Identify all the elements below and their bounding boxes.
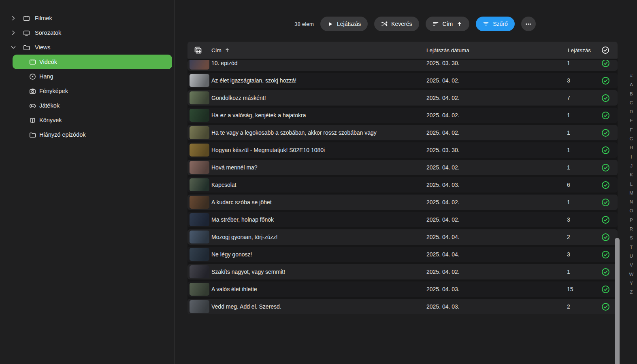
alphabet-letter[interactable]: F — [628, 125, 635, 134]
episode-title: A kudarc szóba se jöhet — [211, 195, 272, 210]
table-row[interactable]: Vedd meg. Add el. Szeresd. 2025. 04. 03.… — [187, 299, 618, 314]
shuffle-button[interactable]: Keverés — [374, 17, 419, 31]
watched-check-icon[interactable] — [597, 160, 614, 175]
table-row[interactable]: Ne légy gonosz! 2025. 04. 04. 3 — [187, 247, 618, 262]
table-row[interactable]: Mozogj gyorsan, törj-zúzz! 2025. 04. 04.… — [187, 229, 618, 245]
watched-check-icon[interactable] — [597, 73, 614, 88]
watched-check-icon[interactable] — [597, 142, 614, 158]
vertical-scrollbar-thumb[interactable] — [615, 238, 620, 364]
alphabet-letter[interactable]: D — [628, 107, 635, 116]
play-date: 2025. 04. 02. — [426, 195, 460, 210]
alphabet-letter[interactable]: I — [628, 152, 635, 161]
alphabet-letter[interactable]: V — [628, 260, 635, 269]
column-header-plays[interactable]: Lejátszás — [568, 42, 591, 59]
sidebar-item-label: Videók — [39, 59, 57, 65]
table-row[interactable]: Hová mennél ma? 2025. 04. 02. 1 — [187, 160, 618, 175]
episode-thumbnail — [190, 231, 209, 243]
alphabet-letter[interactable]: K — [628, 170, 635, 179]
table-row[interactable]: Hogyan készül - Megmutatjuk! S02E10 1080… — [187, 142, 618, 158]
play-count: 7 — [567, 90, 570, 106]
play-button[interactable]: Lejátszás — [320, 17, 368, 31]
alphabet-letter[interactable]: Z — [628, 288, 635, 296]
sidebar-item-fenykepek[interactable]: Fényképek — [13, 84, 172, 98]
table-row[interactable]: Ma stréber, holnap főnök 2025. 04. 02. 3 — [187, 212, 618, 227]
play-count: 1 — [567, 264, 570, 279]
alphabet-letter[interactable]: O — [628, 206, 635, 215]
table-row[interactable]: A kudarc szóba se jöhet 2025. 04. 02. 1 — [187, 195, 618, 210]
alphabet-letter[interactable]: P — [628, 216, 635, 224]
play-date: 2025. 04. 02. — [426, 160, 460, 175]
episode-title: Hová mennél ma? — [211, 160, 258, 175]
table-row[interactable]: Gondolkozz másként! 2025. 04. 02. 7 — [187, 90, 618, 106]
alphabet-letter[interactable]: A — [628, 80, 635, 89]
play-count: 2 — [567, 229, 570, 245]
more-button[interactable] — [521, 17, 536, 31]
alphabet-letter[interactable]: H — [628, 143, 635, 152]
watched-check-icon[interactable] — [597, 264, 614, 279]
column-header-title[interactable]: Cím — [211, 42, 230, 59]
folder-icon — [29, 131, 36, 138]
sidebar-item-views[interactable]: Views — [10, 40, 172, 55]
watched-check-icon[interactable] — [597, 212, 614, 227]
episode-title: Kapcsolat — [211, 177, 236, 193]
play-date: 2025. 04. 02. — [426, 264, 460, 279]
table-row[interactable]: Kapcsolat 2025. 04. 03. 6 — [187, 177, 618, 193]
episode-title: Ha te vagy a legokosabb a szobában, akko… — [211, 125, 377, 140]
watched-check-icon[interactable] — [597, 60, 614, 71]
sidebar-item-konyvek[interactable]: Könyvek — [13, 113, 172, 127]
episode-title: Hogyan készül - Megmutatjuk! S02E10 1080… — [211, 142, 325, 158]
sidebar-item-jatekok[interactable]: Játékok — [13, 98, 172, 113]
sidebar-item-filmek[interactable]: Filmek — [10, 11, 172, 25]
alphabet-letter[interactable]: R — [628, 224, 635, 233]
alphabet-letter[interactable]: J — [628, 161, 635, 170]
watched-check-icon[interactable] — [597, 299, 614, 314]
play-date: 2025. 04. 02. — [426, 108, 460, 123]
sidebar-item-hang[interactable]: Hang — [13, 69, 172, 84]
watched-check-icon[interactable] — [597, 229, 614, 245]
sidebar: Filmek Sorozatok Views Videók Hang Fényk… — [0, 0, 175, 364]
table-row[interactable]: Az élet igazságtalan, szokj hozzá! 2025.… — [187, 73, 618, 88]
chevron-down-icon[interactable] — [10, 44, 18, 51]
play-count: 3 — [567, 247, 570, 262]
watched-check-icon[interactable] — [597, 281, 614, 297]
alphabet-letter[interactable]: T — [628, 243, 635, 252]
table-row[interactable]: Szakíts nagyot, vagy semmit! 2025. 04. 0… — [187, 264, 618, 279]
filter-button[interactable]: Szűrő — [476, 17, 515, 31]
table-row[interactable]: A valós élet ihlette 2025. 04. 03. 15 — [187, 281, 618, 297]
alphabet-letter[interactable]: B — [628, 89, 635, 98]
sort-button[interactable]: Cím — [426, 17, 470, 31]
watched-check-icon[interactable] — [597, 125, 614, 140]
alphabet-letter[interactable]: W — [628, 270, 635, 279]
column-header-date[interactable]: Lejátszás dátuma — [426, 42, 469, 59]
shuffle-button-label: Keverés — [391, 21, 412, 27]
alphabet-letter[interactable]: M — [628, 188, 635, 197]
watched-column-icon[interactable] — [597, 42, 614, 59]
sidebar-item-videok[interactable]: Videók — [13, 55, 172, 69]
table-row[interactable]: Ha te vagy a legokosabb a szobában, akko… — [187, 125, 618, 140]
alphabet-letter[interactable]: N — [628, 197, 635, 206]
watched-check-icon[interactable] — [597, 177, 614, 193]
alphabet-letter[interactable]: Y — [628, 279, 635, 288]
sidebar-item-hianyzo-epizodok[interactable]: Hiányzó epizódok — [13, 127, 172, 142]
watched-check-icon[interactable] — [597, 108, 614, 123]
play-date: 2025. 04. 02. — [426, 73, 460, 88]
alphabet-letter[interactable]: E — [628, 116, 635, 125]
alphabet-letter[interactable]: G — [628, 134, 635, 143]
play-date: 2025. 04. 04. — [426, 229, 460, 245]
sidebar-item-label: Játékok — [39, 102, 60, 109]
alphabet-letter[interactable]: # — [628, 71, 635, 80]
table-row[interactable]: 10. epizód 2025. 03. 30. 1 — [187, 60, 618, 71]
watched-check-icon[interactable] — [597, 247, 614, 262]
chevron-right-icon[interactable] — [10, 30, 18, 36]
table-view-icon[interactable] — [194, 42, 202, 59]
alphabet-letter[interactable]: S — [628, 233, 635, 242]
watched-check-icon[interactable] — [597, 195, 614, 210]
alphabet-letter[interactable]: L — [628, 180, 635, 188]
book-icon — [29, 117, 36, 124]
alphabet-letter[interactable]: C — [628, 98, 635, 107]
chevron-right-icon[interactable] — [10, 15, 18, 21]
table-row[interactable]: Ha ez a valóság, kenjétek a hajatokra 20… — [187, 108, 618, 123]
watched-check-icon[interactable] — [597, 90, 614, 106]
alphabet-letter[interactable]: U — [628, 252, 635, 260]
sidebar-item-sorozatok[interactable]: Sorozatok — [10, 25, 172, 40]
